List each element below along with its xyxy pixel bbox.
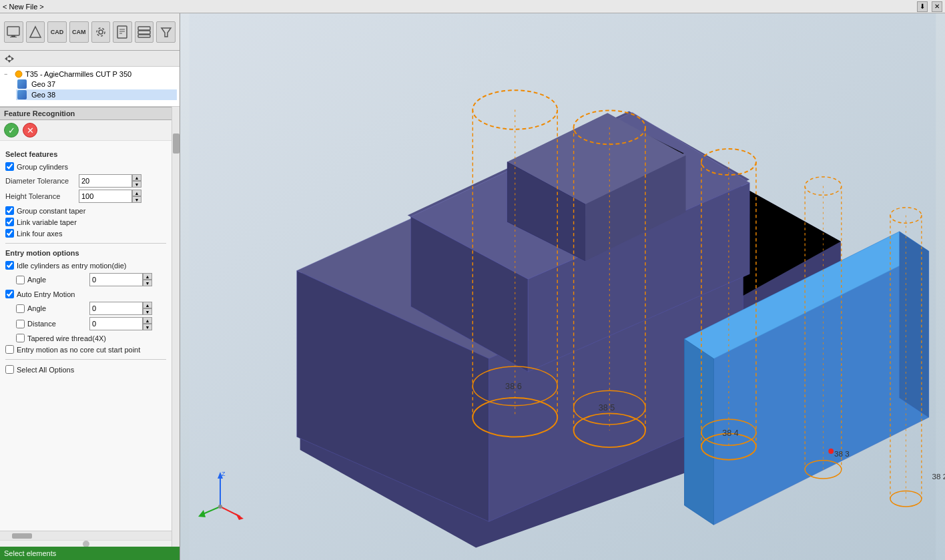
expand-icon[interactable]: − xyxy=(4,71,12,77)
group-cylinders-checkbox[interactable] xyxy=(5,162,14,171)
toolbar-filter-btn[interactable] xyxy=(156,21,176,43)
toolbar-gear-btn[interactable] xyxy=(91,21,111,43)
tree-geo37[interactable]: Geo 37 xyxy=(16,79,177,89)
angle-entry-checkbox[interactable] xyxy=(16,276,25,284)
toolbar-cad-btn[interactable]: CAD xyxy=(47,21,67,43)
viewport[interactable]: 38 6 38 5 38 4 38 3 38 2 xyxy=(180,13,945,560)
title-text: < New File > xyxy=(3,3,44,11)
link-variable-taper-checkbox[interactable] xyxy=(5,218,14,226)
auto-angle-label[interactable]: Angle xyxy=(27,304,46,312)
toolbar-drafting-btn[interactable] xyxy=(26,21,45,43)
svg-point-71 xyxy=(828,449,834,454)
tapered-wire-row: Tapered wire thread(4X) xyxy=(16,332,166,344)
entry-motion-core-label[interactable]: Entry motion as no core cut start point xyxy=(17,346,140,354)
toolbar-monitor-btn[interactable] xyxy=(4,21,23,43)
auto-angle-down-btn[interactable]: ▼ xyxy=(143,308,152,315)
diameter-tolerance-input[interactable] xyxy=(79,174,132,188)
svg-marker-37 xyxy=(900,232,929,417)
svg-rect-7 xyxy=(117,26,127,38)
angle-entry-input[interactable] xyxy=(89,273,143,286)
group-constant-taper-checkbox[interactable] xyxy=(5,206,14,215)
auto-distance-input-group: ▲ ▼ xyxy=(89,317,166,330)
diameter-down-btn[interactable]: ▼ xyxy=(132,181,141,188)
auto-entry-motion-checkbox[interactable] xyxy=(5,290,14,298)
group-constant-taper-label[interactable]: Group constant taper xyxy=(17,207,85,215)
idle-cylinders-label[interactable]: Idle cylinders as entry motion(die) xyxy=(17,262,126,270)
svg-marker-77 xyxy=(236,513,244,520)
options-scroll[interactable]: Select features Group cylinders Diameter… xyxy=(0,141,172,531)
link-four-axes-row: Link four axes xyxy=(5,228,166,239)
title-bar: < New File > ⬇ ✕ xyxy=(0,0,945,13)
horiz-scroll-bar[interactable] xyxy=(0,531,172,540)
auto-distance-checkbox[interactable] xyxy=(16,320,25,328)
select-all-options-label[interactable]: Select All Options xyxy=(17,366,74,374)
auto-distance-up-btn[interactable]: ▲ xyxy=(143,317,152,324)
geo38-label: Geo 38 xyxy=(31,91,55,99)
height-tolerance-label: Height Tolerance xyxy=(5,192,79,200)
tapered-wire-checkbox[interactable] xyxy=(16,334,25,342)
link-four-axes-checkbox[interactable] xyxy=(5,229,14,238)
height-tolerance-input[interactable] xyxy=(79,190,132,203)
link-variable-taper-label[interactable]: Link variable taper xyxy=(17,218,77,226)
tree-geo38[interactable]: Geo 38 xyxy=(16,89,177,100)
geo38-icon xyxy=(17,90,27,99)
auto-distance-label[interactable]: Distance xyxy=(27,320,56,328)
toolbar: CAD CAM xyxy=(0,13,180,51)
height-down-btn[interactable]: ▼ xyxy=(132,196,141,203)
svg-text:38  6: 38 6 xyxy=(505,382,522,391)
toolbar-cam-btn[interactable]: CAM xyxy=(69,21,89,43)
height-tolerance-row: Height Tolerance ▲ ▼ xyxy=(5,190,166,203)
svg-point-19 xyxy=(15,71,22,77)
svg-point-6 xyxy=(97,28,105,36)
svg-text:38  4: 38 4 xyxy=(722,429,739,438)
tapered-wire-label[interactable]: Tapered wire thread(4X) xyxy=(27,334,106,342)
idle-cylinders-checkbox[interactable] xyxy=(5,261,14,270)
toolbar-doc-btn[interactable] xyxy=(113,21,132,43)
auto-distance-input[interactable] xyxy=(89,317,143,330)
auto-entry-motion-row: Auto Entry Motion xyxy=(5,288,166,300)
diameter-tolerance-input-group: ▲ ▼ xyxy=(79,174,166,188)
svg-text:Z: Z xyxy=(222,471,226,477)
diameter-up-btn[interactable]: ▲ xyxy=(132,174,141,181)
group-constant-taper-row: Group constant taper xyxy=(5,205,166,216)
angle-entry-label[interactable]: Angle xyxy=(27,276,46,284)
confirm-btn[interactable]: ✓ xyxy=(4,123,19,137)
geo37-icon xyxy=(17,79,27,89)
auto-distance-down-btn[interactable]: ▼ xyxy=(143,324,152,330)
select-all-options-checkbox[interactable] xyxy=(5,365,14,374)
tree-root-icon xyxy=(15,70,23,78)
close-btn[interactable]: ✕ xyxy=(932,1,942,12)
link-four-axes-label[interactable]: Link four axes xyxy=(17,230,62,238)
svg-marker-14 xyxy=(162,28,171,37)
auto-angle-checkbox[interactable] xyxy=(16,304,25,313)
geo37-label: Geo 37 xyxy=(31,80,55,88)
diameter-tolerance-row: Diameter Tolerance ▲ ▼ xyxy=(5,174,166,188)
svg-rect-12 xyxy=(138,31,150,34)
group-cylinders-label[interactable]: Group cylinders xyxy=(17,163,68,171)
tree-root[interactable]: − T35 - AgieCharmilles CUT P 350 xyxy=(3,69,177,79)
diameter-tolerance-label: Diameter Tolerance xyxy=(5,177,79,185)
entry-motion-core-checkbox[interactable] xyxy=(5,345,14,354)
auto-entry-motion-label[interactable]: Auto Entry Motion xyxy=(17,290,75,298)
cancel-btn[interactable]: ✕ xyxy=(23,123,37,137)
divider-1 xyxy=(5,243,166,244)
panel-scrollbar[interactable] xyxy=(172,107,180,547)
height-up-btn[interactable]: ▲ xyxy=(132,190,141,196)
auto-distance-spinner: ▲ ▼ xyxy=(143,317,152,330)
auto-angle-up-btn[interactable]: ▲ xyxy=(143,302,152,308)
angle-entry-down-btn[interactable]: ▼ xyxy=(143,280,152,286)
svg-rect-0 xyxy=(7,27,19,35)
left-panel: CAD CAM − T35 xyxy=(0,13,180,560)
status-bar: Select elements xyxy=(0,547,180,560)
svg-text:38  2: 38 2 xyxy=(932,472,945,481)
angle-entry-up-btn[interactable]: ▲ xyxy=(143,273,152,280)
svg-text:38  5: 38 5 xyxy=(599,403,615,412)
auto-angle-input[interactable] xyxy=(89,302,143,315)
icon-row xyxy=(0,51,180,67)
action-row: ✓ ✕ xyxy=(0,120,172,141)
toolbar-stack-btn[interactable] xyxy=(135,21,154,43)
svg-marker-17 xyxy=(5,57,7,61)
download-btn[interactable]: ⬇ xyxy=(917,1,928,12)
height-tolerance-input-group: ▲ ▼ xyxy=(79,190,166,203)
svg-point-80 xyxy=(218,505,222,509)
